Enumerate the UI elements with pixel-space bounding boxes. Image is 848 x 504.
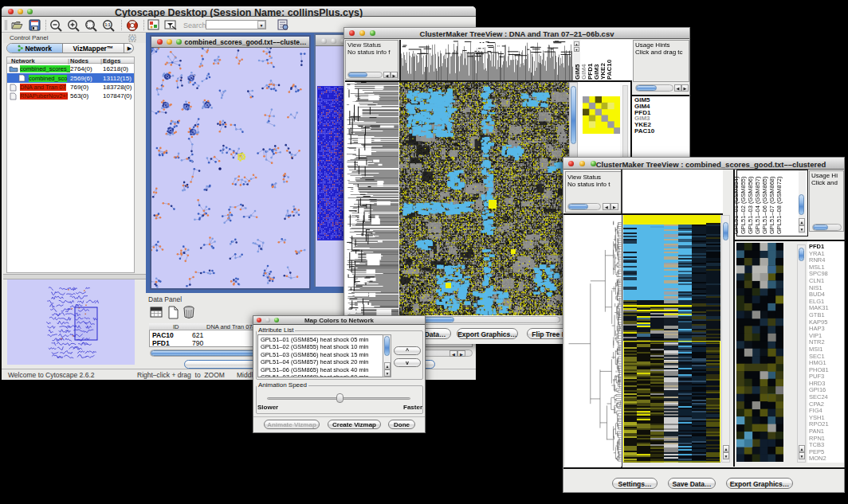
svg-text:1:1: 1:1 xyxy=(104,22,110,27)
